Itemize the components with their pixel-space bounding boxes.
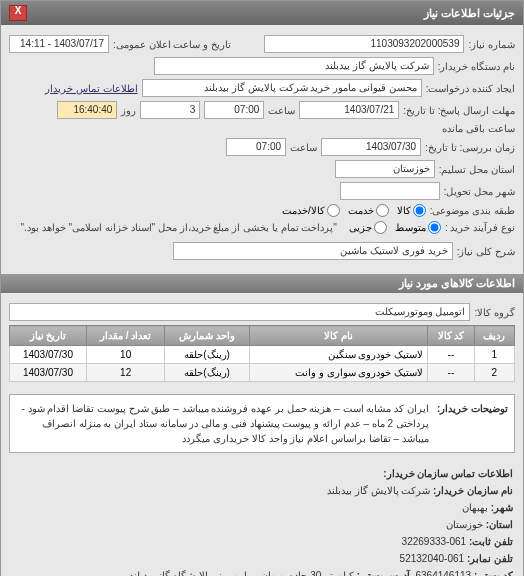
remain-field: 16:40:40 [57, 101, 117, 119]
cphone-value: 061-32269333 [402, 536, 467, 547]
cat-service-radio[interactable] [376, 204, 389, 217]
cat-goods-radio[interactable] [413, 204, 426, 217]
review-to-label: زمان بررسی: تا تاریخ: [425, 142, 515, 153]
panel-header: جزئیات اطلاعات نیاز X [1, 1, 523, 25]
table-row: 1 -- لاستیک خودروی سنگین (رینگ)حلقه 10 1… [10, 346, 515, 364]
desc-label: توضیحات خریدار: [437, 401, 508, 446]
cpost-label: کد پستی: [474, 570, 513, 576]
caddr-label: آدرس پستی: [357, 570, 410, 576]
cfax-label: تلفن نمابر: [467, 553, 513, 564]
buyer-contact-link[interactable]: اطلاعات تماس خریدار [45, 83, 138, 94]
buyer-name-field: شرکت پالایش گاز بیدبلند [154, 57, 434, 75]
col-row: ردیف [474, 326, 514, 346]
req-no-label: شماره نیاز: [468, 39, 515, 50]
need-title-field: خرید فوری لاستیک ماشین [173, 242, 453, 260]
ccity-value: بهبهان [462, 502, 488, 513]
announce-field: 1403/07/17 - 14:11 [9, 35, 109, 53]
deadline-to-label: مهلت ارسال پاسخ: تا تاریخ: [403, 105, 515, 116]
buyer-name-label: نام دستگاه خریدار: [438, 61, 515, 72]
contacts-section-title: اطلاعات تماس سازمان خریدار: [11, 465, 513, 482]
panel-title: جزئیات اطلاعات نیاز [424, 7, 515, 20]
table-row: 2 -- لاستیک خودروی سواری و وانت (رینگ)حل… [10, 364, 515, 382]
col-name: نام کالا [249, 326, 427, 346]
goods-section: گروه کالا: اتومبیل وموتورسیکلت ردیف کد ک… [1, 293, 523, 388]
review-time-field: 07:00 [226, 138, 286, 156]
org-label: نام سازمان خریدار: [433, 485, 513, 496]
col-date: تاریخ نیاز [10, 326, 87, 346]
province-field: خوزستان [335, 160, 435, 178]
cat-both-radio[interactable] [327, 204, 340, 217]
caddr-value: کیلومتر 30 جاده بهبهان - رامهرمز، پالایش… [129, 570, 354, 576]
col-code: کد کالا [428, 326, 475, 346]
cat-goods-option[interactable]: کالا [397, 204, 426, 217]
req-no-field: 1103093202000539 [264, 35, 464, 53]
proc-partial-option[interactable]: جزیی [349, 221, 387, 234]
cfax-value: 061-52132040 [400, 553, 465, 564]
cprov-label: استان: [486, 519, 513, 530]
goods-table: ردیف کد کالا نام کالا واحد شمارش تعداد /… [9, 325, 515, 382]
org-value: شرکت پالایش گاز بیدبلند [327, 485, 430, 496]
col-unit: واحد شمارش [165, 326, 249, 346]
main-info-section: شماره نیاز: 1103093202000539 تاریخ و ساع… [1, 25, 523, 270]
review-time-label: ساعت [290, 142, 317, 153]
desc-text: ایران کد مشابه است – هزینه حمل بر عهده ف… [16, 401, 429, 446]
proc-medium-option[interactable]: متوسط [395, 221, 441, 234]
category-radio-group: کالا خدمت کالا/خدمت [282, 204, 426, 217]
deadline-time-field: 07:00 [204, 101, 264, 119]
cprov-value: خوزستان [446, 519, 483, 530]
deadline-time-label: ساعت [268, 105, 295, 116]
days-field: 3 [140, 101, 200, 119]
deadline-date-field: 1403/07/21 [299, 101, 399, 119]
group-label: گروه کالا: [474, 307, 515, 318]
cphone-label: تلفن ثابت: [469, 536, 513, 547]
buyer-description-box: توضیحات خریدار: ایران کد مشابه است – هزی… [9, 394, 515, 453]
group-field: اتومبیل وموتورسیکلت [9, 303, 470, 321]
payment-note: "پرداخت تمام یا بخشی از مبلغ خرید،از محل… [21, 222, 337, 233]
proc-partial-radio[interactable] [374, 221, 387, 234]
close-button[interactable]: X [9, 5, 27, 21]
announce-label: تاریخ و ساعت اعلان عمومی: [113, 39, 231, 50]
details-panel: جزئیات اطلاعات نیاز X شماره نیاز: 110309… [0, 0, 524, 576]
process-label: نوع فرآیند خرید : [445, 222, 515, 233]
cat-both-option[interactable]: کالا/خدمت [282, 204, 340, 217]
cat-service-option[interactable]: خدمت [348, 204, 389, 217]
requester-field: محسن قیوانی مامور خرید شرکت پالایش گاز ب… [142, 79, 422, 97]
requester-label: ایجاد کننده درخواست: [426, 83, 515, 94]
need-title-label: شرح کلی نیاز: [457, 246, 515, 257]
col-qty: تعداد / مقدار [86, 326, 165, 346]
remain-label: ساعت باقی مانده [442, 123, 515, 134]
proc-medium-radio[interactable] [428, 221, 441, 234]
city-field [340, 182, 440, 200]
process-radio-group: متوسط جزیی [349, 221, 441, 234]
province-label: استان محل تسلیم: [439, 164, 515, 175]
ccity-label: شهر: [491, 502, 513, 513]
goods-section-title: اطلاعات کالاهای مورد نیاز [1, 274, 523, 293]
cpost-value: 6364146113 [415, 570, 471, 576]
days-label: روز [121, 105, 136, 116]
review-date-field: 1403/07/30 [321, 138, 421, 156]
city-label: شهر محل تحویل: [444, 186, 515, 197]
buyer-contact-block: اطلاعات تماس سازمان خریدار: نام سازمان خ… [1, 459, 523, 576]
category-label: طبقه بندی موضوعی: [430, 205, 515, 216]
